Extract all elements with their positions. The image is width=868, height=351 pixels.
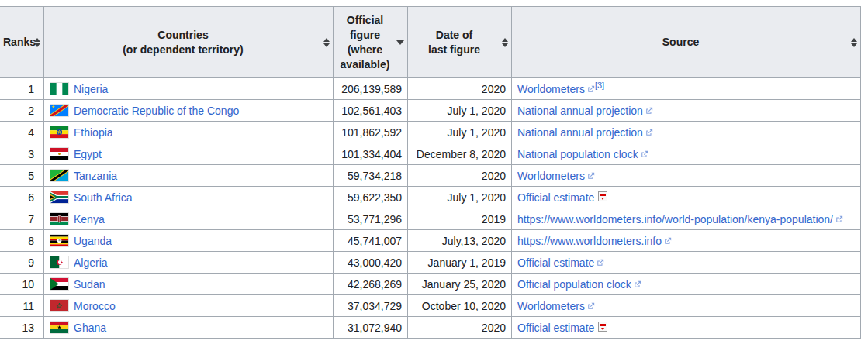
flag-ethiopia-icon bbox=[50, 126, 68, 138]
figure-cell: 59,622,350 bbox=[334, 187, 408, 208]
external-link-icon bbox=[587, 170, 595, 182]
flag-algeria-icon bbox=[50, 256, 68, 268]
country-link[interactable]: Democratic Republic of the Congo bbox=[74, 105, 239, 117]
rank-cell: 11 bbox=[0, 295, 44, 317]
table-row: 1Nigeria206,139,5892020Worldometers[3] bbox=[0, 78, 861, 100]
figure-cell: 101,862,592 bbox=[334, 122, 408, 143]
figure-cell: 59,734,218 bbox=[334, 165, 408, 187]
sort-descending-icon bbox=[396, 40, 404, 45]
flag-egypt-icon bbox=[50, 148, 68, 160]
source-link[interactable]: Official estimate bbox=[517, 322, 607, 334]
source-cell: https://www.worldometers.info bbox=[512, 230, 861, 252]
column-label-ranks: Ranks bbox=[3, 35, 29, 50]
column-label-countries: Countries(or dependent territory) bbox=[47, 28, 319, 57]
source-cell: Worldometers bbox=[512, 165, 861, 187]
flag-sudan-icon bbox=[50, 278, 68, 290]
figure-cell: 31,072,940 bbox=[334, 317, 408, 339]
source-link[interactable]: Worldometers bbox=[517, 83, 595, 95]
date-cell: 2020 bbox=[408, 78, 512, 100]
country-link[interactable]: Ghana bbox=[74, 322, 106, 334]
flag-tanzania-icon bbox=[50, 170, 68, 181]
rank-cell: 13 bbox=[0, 317, 44, 339]
country-cell: Tanzania bbox=[44, 165, 334, 187]
date-cell: December 8, 2020 bbox=[408, 143, 512, 165]
figure-cell: 53,771,296 bbox=[334, 208, 408, 230]
date-cell: July 1, 2020 bbox=[408, 100, 512, 122]
reference-link[interactable]: [3] bbox=[595, 81, 604, 90]
country-link[interactable]: Uganda bbox=[74, 235, 112, 247]
figure-cell: 43,000,420 bbox=[334, 252, 408, 274]
column-header-countries[interactable]: Countries(or dependent territory) bbox=[44, 7, 334, 78]
figure-cell: 45,741,007 bbox=[334, 230, 408, 252]
date-cell: January 25, 2020 bbox=[408, 274, 512, 295]
header-row: RanksCountries(or dependent territory)Of… bbox=[0, 7, 861, 78]
date-cell: October 10, 2020 bbox=[408, 295, 512, 317]
source-link[interactable]: Worldometers bbox=[517, 300, 595, 312]
country-link[interactable]: Algeria bbox=[74, 256, 108, 269]
figure-cell: 42,268,269 bbox=[334, 274, 408, 295]
country-link[interactable]: Ethiopia bbox=[74, 126, 113, 139]
figure-cell: 102,561,403 bbox=[334, 100, 408, 122]
date-cell: July 1, 2020 bbox=[408, 187, 512, 208]
source-link[interactable]: Worldometers bbox=[517, 170, 595, 182]
country-link[interactable]: Sudan bbox=[74, 278, 105, 291]
external-link-icon bbox=[645, 126, 653, 139]
country-cell: Egypt bbox=[44, 143, 334, 165]
table-row: 6South Africa59,622,350July 1, 2020Offic… bbox=[0, 187, 861, 208]
source-link[interactable]: Official population clock bbox=[517, 278, 641, 291]
source-cell: Worldometers bbox=[512, 295, 861, 317]
table-row: 5Tanzania59,734,2182020Worldometers bbox=[0, 165, 861, 187]
country-cell: Democratic Republic of the Congo bbox=[44, 100, 334, 122]
source-link[interactable]: National population clock bbox=[517, 148, 648, 160]
page: RanksCountries(or dependent territory)Of… bbox=[0, 0, 868, 339]
source-link[interactable]: Official estimate bbox=[517, 256, 604, 269]
table-row: 13Ghana31,072,9402020Official estimate bbox=[0, 317, 861, 339]
source-link[interactable]: Official estimate bbox=[517, 191, 607, 204]
source-cell: National annual projection bbox=[512, 100, 861, 122]
external-link-icon bbox=[597, 256, 604, 269]
date-cell: July 1, 2020 bbox=[408, 122, 512, 143]
country-cell: Uganda bbox=[44, 230, 334, 252]
country-link[interactable]: Tanzania bbox=[74, 170, 117, 182]
source-cell: https://www.worldometers.info/world-popu… bbox=[512, 208, 861, 230]
rank-cell: 6 bbox=[0, 187, 44, 208]
external-link-icon bbox=[645, 105, 653, 117]
source-cell: Worldometers[3] bbox=[512, 78, 861, 100]
table-body: 1Nigeria206,139,5892020Worldometers[3]2D… bbox=[0, 78, 861, 339]
column-header-ranks[interactable]: Ranks bbox=[0, 7, 44, 78]
country-link[interactable]: Egypt bbox=[74, 148, 102, 160]
external-link-icon bbox=[634, 278, 641, 291]
date-cell: January 1, 2019 bbox=[408, 252, 512, 274]
column-header-source[interactable]: Source bbox=[512, 7, 861, 78]
rank-cell: 9 bbox=[0, 252, 44, 274]
column-header-date[interactable]: Date oflast figure bbox=[408, 7, 512, 78]
sort-toggle-icon bbox=[502, 38, 508, 47]
source-link[interactable]: National annual projection bbox=[517, 126, 653, 139]
country-link[interactable]: Kenya bbox=[74, 213, 105, 225]
source-cell: National population clock bbox=[512, 143, 861, 165]
source-link[interactable]: https://www.worldometers.info bbox=[517, 235, 672, 247]
source-cell: Official population clock bbox=[512, 274, 861, 295]
figure-cell: 101,334,404 bbox=[334, 143, 408, 165]
sort-toggle-icon bbox=[323, 38, 330, 47]
external-link-icon bbox=[587, 83, 595, 95]
table-row: 4Ethiopia101,862,592July 1, 2020National… bbox=[0, 122, 861, 143]
reference-sup: [3] bbox=[595, 81, 604, 90]
date-cell: 2020 bbox=[408, 317, 512, 339]
date-cell: 2019 bbox=[408, 208, 512, 230]
source-link[interactable]: https://www.worldometers.info/world-popu… bbox=[517, 213, 843, 225]
external-link-icon bbox=[835, 213, 843, 225]
date-cell: 2020 bbox=[408, 165, 512, 187]
external-link-icon bbox=[587, 300, 595, 312]
country-link[interactable]: South Africa bbox=[74, 191, 133, 204]
country-cell: Ethiopia bbox=[44, 122, 334, 143]
rank-cell: 10 bbox=[0, 274, 44, 295]
country-link[interactable]: Morocco bbox=[74, 300, 116, 312]
country-link[interactable]: Nigeria bbox=[74, 83, 108, 95]
source-link[interactable]: National annual projection bbox=[517, 105, 653, 117]
rank-cell: 4 bbox=[0, 122, 44, 143]
date-cell: July,13, 2020 bbox=[408, 230, 512, 252]
rank-cell: 1 bbox=[0, 78, 44, 100]
column-header-figure[interactable]: Officialfigure(whereavailable) bbox=[334, 7, 408, 78]
column-label-source: Source bbox=[515, 35, 846, 50]
